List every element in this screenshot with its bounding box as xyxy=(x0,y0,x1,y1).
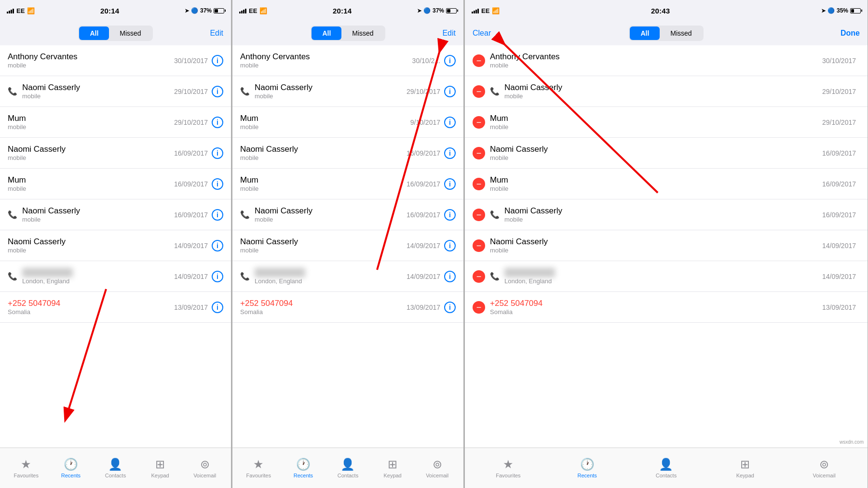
call-item[interactable]: − Anthony Cervantes mobile 30/10/2017 xyxy=(465,45,868,76)
tab-recents-2[interactable]: 🕐 Recents xyxy=(289,458,318,478)
delete-button[interactable]: − xyxy=(473,239,485,252)
tab-recents-1[interactable]: 🕐 Recents xyxy=(56,458,85,478)
done-button-3[interactable]: Done xyxy=(841,29,860,38)
call-item[interactable]: Naomi Casserly mobile 14/09/2017 i xyxy=(0,230,231,261)
call-item[interactable]: +252 5047094 Somalia 13/09/2017 i xyxy=(232,292,463,323)
call-list-2: Anthony Cervantes mobile 30/10/2... i 📞 … xyxy=(232,45,463,448)
call-info: Mum mobile xyxy=(240,114,258,131)
call-sub: mobile xyxy=(240,154,298,161)
missed-tab-1[interactable]: Missed xyxy=(109,26,151,40)
missed-tab-3[interactable]: Missed xyxy=(660,26,702,40)
call-item[interactable]: Naomi Casserly mobile 14/09/2017 i xyxy=(232,230,463,261)
delete-button[interactable]: − xyxy=(473,301,485,314)
location-icon-3: ➤ xyxy=(821,8,826,14)
edit-button-1[interactable]: Edit xyxy=(210,29,223,38)
all-tab-1[interactable]: All xyxy=(79,26,109,40)
tab-label: Keypad xyxy=(736,473,754,478)
call-item[interactable]: 📞 Naomi Casserly mobile 16/09/2017 i xyxy=(0,199,231,230)
call-item[interactable]: − Naomi Casserly mobile 16/09/2017 xyxy=(465,138,868,169)
call-item[interactable]: Anthony Cervantes mobile 30/10/2017 i xyxy=(0,45,231,76)
clear-button-3[interactable]: Clear xyxy=(473,29,491,38)
info-button[interactable]: i xyxy=(444,302,456,313)
missed-call-icon: 📞 xyxy=(240,272,250,281)
call-item[interactable]: − Mum mobile 29/10/2017 xyxy=(465,107,868,138)
call-item[interactable]: Mum mobile 16/09/2017 i xyxy=(232,169,463,199)
call-item[interactable]: − +252 5047094 Somalia 13/09/2017 xyxy=(465,292,868,323)
tab-favourites-3[interactable]: ★ Favourites xyxy=(494,458,523,478)
info-button[interactable]: i xyxy=(212,240,223,251)
carrier-label-2: EE xyxy=(249,7,257,14)
delete-button[interactable]: − xyxy=(473,54,485,67)
call-item[interactable]: − 📞 Naomi Casserly mobile 29/10/2017 xyxy=(465,76,868,107)
tab-recents-3[interactable]: 🕐 Recents xyxy=(573,458,602,478)
info-button[interactable]: i xyxy=(444,240,456,251)
tab-contacts-1[interactable]: 👤 Contacts xyxy=(101,458,130,478)
info-button[interactable]: i xyxy=(444,209,456,221)
call-item[interactable]: − 📞 Blurred Name London, England 14/09/2… xyxy=(465,261,868,292)
call-item[interactable]: Naomi Casserly mobile 16/09/2017 i xyxy=(0,138,231,169)
battery-fill-3 xyxy=(851,9,854,13)
info-button[interactable]: i xyxy=(212,178,223,190)
call-sub: mobile xyxy=(22,216,80,223)
call-item[interactable]: − Mum mobile 16/09/2017 xyxy=(465,169,868,199)
call-info: Naomi Casserly mobile xyxy=(490,237,548,254)
info-button[interactable]: i xyxy=(444,271,456,282)
tab-favourites-2[interactable]: ★ Favourites xyxy=(244,458,273,478)
info-button[interactable]: i xyxy=(444,178,456,190)
info-button[interactable]: i xyxy=(444,117,456,128)
call-item[interactable]: Mum mobile 9/10/2017 i xyxy=(232,107,463,138)
all-tab-2[interactable]: All xyxy=(312,26,341,40)
call-item[interactable]: Mum mobile 16/09/2017 i xyxy=(0,169,231,199)
call-sub: Somalia xyxy=(8,308,60,316)
delete-button[interactable]: − xyxy=(473,209,485,221)
call-item-left: 📞 Blurred Name London, England xyxy=(8,268,174,285)
tab-keypad-2[interactable]: ⊞ Keypad xyxy=(378,458,407,478)
call-item[interactable]: − 📞 Naomi Casserly mobile 16/09/2017 xyxy=(465,199,868,230)
info-button[interactable]: i xyxy=(444,55,456,66)
info-button[interactable]: i xyxy=(212,209,223,221)
call-item[interactable]: − Naomi Casserly mobile 14/09/2017 xyxy=(465,230,868,261)
info-button[interactable]: i xyxy=(212,302,223,313)
tab-label: Contacts xyxy=(338,473,358,478)
tab-keypad-3[interactable]: ⊞ Keypad xyxy=(731,458,760,478)
call-item[interactable]: Anthony Cervantes mobile 30/10/2... i xyxy=(232,45,463,76)
tab-contacts-3[interactable]: 👤 Contacts xyxy=(651,458,680,478)
status-bar-3: EE 📶 20:43 ➤ 🔵 35% xyxy=(465,0,868,21)
edit-button-2[interactable]: Edit xyxy=(442,29,456,38)
tab-voicemail-2[interactable]: ⊚ Voicemail xyxy=(423,458,452,478)
info-button[interactable]: i xyxy=(212,86,223,97)
tab-contacts-2[interactable]: 👤 Contacts xyxy=(333,458,362,478)
call-item[interactable]: 📞 Naomi Casserly mobile 29/10/2017 i xyxy=(0,76,231,107)
tab-favourites-1[interactable]: ★ Favourites xyxy=(12,458,41,478)
delete-button[interactable]: − xyxy=(473,178,485,190)
tab-keypad-1[interactable]: ⊞ Keypad xyxy=(146,458,175,478)
delete-button[interactable]: − xyxy=(473,85,485,98)
info-button[interactable]: i xyxy=(212,147,223,159)
call-item[interactable]: Naomi Casserly mobile 16/09/2017 i xyxy=(232,138,463,169)
battery-icon-2 xyxy=(446,8,457,13)
call-sub: mobile xyxy=(490,185,508,192)
missed-call-icon: 📞 xyxy=(490,87,500,96)
call-info: Naomi Casserly mobile xyxy=(22,83,80,100)
call-item[interactable]: Mum mobile 29/10/2017 i xyxy=(0,107,231,138)
call-info: Mum mobile xyxy=(8,114,26,131)
delete-button[interactable]: − xyxy=(473,270,485,283)
all-tab-3[interactable]: All xyxy=(630,26,660,40)
call-item[interactable]: +252 5047094 Somalia 13/09/2017 i xyxy=(0,292,231,323)
info-button[interactable]: i xyxy=(444,147,456,159)
info-button[interactable]: i xyxy=(212,55,223,66)
tab-voicemail-3[interactable]: ⊚ Voicemail xyxy=(810,458,839,478)
call-item[interactable]: 📞 Blurred Name London, England 14/09/201… xyxy=(232,261,463,292)
delete-button[interactable]: − xyxy=(473,147,485,159)
missed-tab-2[interactable]: Missed xyxy=(341,26,384,40)
call-info: Anthony Cervantes mobile xyxy=(490,52,560,69)
tab-voicemail-1[interactable]: ⊚ Voicemail xyxy=(190,458,219,478)
info-button[interactable]: i xyxy=(444,86,456,97)
call-item[interactable]: 📞 Naomi Casserly mobile 29/10/2017 i xyxy=(232,76,463,107)
call-info: Blurred Name London, England xyxy=(504,268,555,285)
info-button[interactable]: i xyxy=(212,117,223,128)
call-item[interactable]: 📞 Naomi Casserly mobile 16/09/2017 i xyxy=(232,199,463,230)
delete-button[interactable]: − xyxy=(473,116,485,129)
call-item[interactable]: 📞 Blurred Name London, England 14/09/201… xyxy=(0,261,231,292)
info-button[interactable]: i xyxy=(212,271,223,282)
